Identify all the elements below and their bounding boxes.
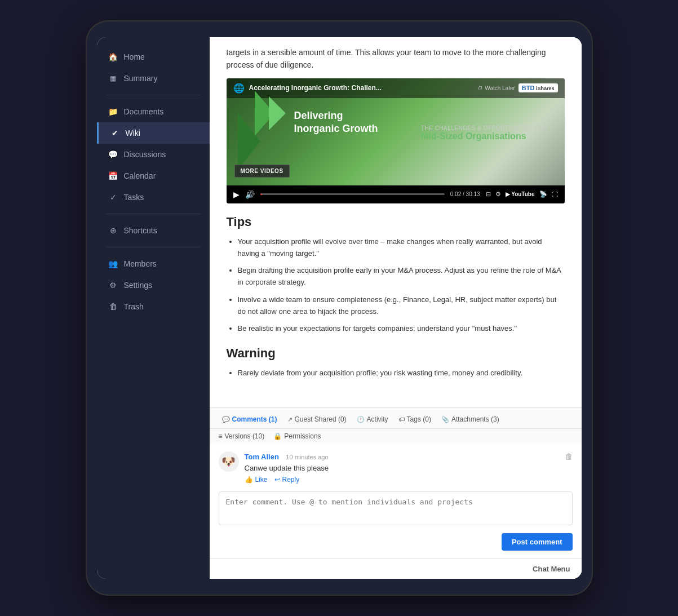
- tab-attachments[interactable]: 📎 Attachments (3): [438, 414, 503, 425]
- tips-section: Tips Your acquisition profile will evolv…: [227, 215, 565, 335]
- sidebar-divider-2: [106, 214, 201, 214]
- progress-fill: [260, 193, 262, 195]
- video-container[interactable]: 🌐 Accelerating Inorganic Growth: Challen…: [227, 78, 565, 203]
- sidebar-item-label: Members: [124, 259, 157, 268]
- delivering-text: Delivering Inorganic Growth: [294, 109, 378, 136]
- warning-heading: Warning: [227, 346, 565, 361]
- tips-list: Your acquisition profile will evolve ove…: [227, 236, 565, 335]
- guest-shared-tab-icon: ↗: [287, 416, 293, 423]
- tab-guest-shared-label: Guest Shared (0): [295, 415, 347, 423]
- settings-ctrl-icon[interactable]: ⚙: [495, 190, 501, 198]
- comment-input[interactable]: [219, 491, 573, 525]
- comments-tab-icon: 💬: [222, 416, 230, 423]
- comment-item: 🐶 Tom Allen 10 minutes ago 🗑 Canwe updat…: [219, 451, 573, 484]
- watch-later: ⏱ Watch Later: [477, 85, 515, 91]
- sidebar-item-documents[interactable]: 📁 Documents: [97, 101, 210, 122]
- comments-section: 🐶 Tom Allen 10 minutes ago 🗑 Canwe updat…: [210, 444, 582, 559]
- comment-header: Tom Allen 10 minutes ago 🗑: [245, 451, 573, 462]
- youtube-logo: ▶ YouTube: [506, 191, 535, 197]
- comment-body: Tom Allen 10 minutes ago 🗑 Canwe update …: [245, 451, 573, 484]
- sidebar-item-label: Documents: [124, 107, 164, 116]
- tab-tags[interactable]: 🏷 Tags (0): [395, 414, 435, 425]
- post-comment-button[interactable]: Post comment: [502, 533, 573, 551]
- documents-icon: 📁: [108, 107, 118, 117]
- attachments-tab-icon: 📎: [441, 416, 449, 423]
- tip-item: Be realistic in your expectations for ta…: [238, 323, 565, 335]
- activity-tab-icon: 🕐: [357, 416, 365, 423]
- tab-permissions-label: Permissions: [284, 432, 321, 440]
- comment-text: Canwe update this please: [245, 464, 573, 472]
- delete-comment-icon[interactable]: 🗑: [565, 452, 573, 461]
- sidebar-item-calendar[interactable]: 📅 Calendar: [97, 165, 210, 187]
- warning-item: Rarely deviate from your acquisition pro…: [238, 367, 565, 379]
- sidebar-item-members[interactable]: 👥 Members: [97, 253, 210, 274]
- video-controls: ▶ 🔊 0:02 / 30:13 ⊟ ⚙ ▶ YouTube 📡: [227, 185, 565, 203]
- tip-item: Your acquisition profile will evolve ove…: [238, 236, 565, 260]
- video-time: 0:02 / 30:13: [450, 191, 480, 197]
- sidebar-item-label: Summary: [124, 74, 158, 83]
- intro-text: targets in a sensible amount of time. Th…: [227, 37, 565, 78]
- warning-section: Warning Rarely deviate from your acquisi…: [227, 346, 565, 379]
- sidebar-item-label: Discussions: [124, 150, 166, 159]
- tab-comments[interactable]: 💬 Comments (1): [219, 414, 281, 425]
- tab-versions-label: Versions (10): [225, 432, 265, 440]
- like-icon: 👍: [245, 476, 253, 484]
- sidebar-item-summary[interactable]: ▦ Summary: [97, 68, 210, 89]
- chat-menu-bar[interactable]: Chat Menu: [210, 559, 582, 579]
- sidebar-item-home[interactable]: 🏠 Home: [97, 46, 210, 68]
- comment-author: Tom Allen: [245, 453, 279, 461]
- right-text-block: THE CHALLENGES & OPPORTUNITIES FOR Mid-S…: [421, 125, 548, 141]
- tip-item: Involve a wide team to ensure completene…: [238, 294, 565, 318]
- settings-icon: ⚙: [108, 280, 118, 290]
- shortcuts-icon: ⊕: [108, 225, 118, 236]
- sidebar-item-label: Wiki: [126, 128, 140, 138]
- members-icon: 👥: [108, 259, 118, 269]
- play-button[interactable]: ▶: [233, 190, 240, 199]
- sidebar-item-label: Settings: [124, 281, 153, 290]
- wiki-icon: ✔: [110, 128, 120, 138]
- tab-attachments-label: Attachments (3): [451, 415, 499, 423]
- sidebar-divider-3: [106, 247, 201, 247]
- volume-button[interactable]: 🔊: [245, 190, 255, 199]
- more-videos-button[interactable]: MORE VIDEOS: [234, 165, 290, 178]
- like-button[interactable]: 👍 Like: [245, 476, 268, 484]
- sidebar-item-settings[interactable]: ⚙ Settings: [97, 274, 210, 296]
- fullscreen-icon[interactable]: ⛶: [552, 191, 558, 198]
- tab-guest-shared[interactable]: ↗ Guest Shared (0): [284, 414, 350, 425]
- tab-activity[interactable]: 🕐 Activity: [353, 414, 392, 425]
- main-content: targets in a sensible amount of time. Th…: [210, 37, 582, 579]
- secondary-tabs: ≡ Versions (10) 🔒 Permissions: [210, 428, 582, 444]
- lock-icon: 🔒: [273, 432, 282, 440]
- subtitles-icon[interactable]: ⊟: [486, 190, 491, 198]
- calendar-icon: 📅: [108, 171, 118, 181]
- chat-menu-label: Chat Menu: [533, 565, 570, 573]
- sidebar-item-label: Shortcuts: [124, 226, 157, 235]
- sidebar-item-shortcuts[interactable]: ⊕ Shortcuts: [97, 220, 210, 241]
- sidebar-item-wiki[interactable]: ✔ Wiki: [97, 122, 210, 144]
- cast-icon[interactable]: 📡: [539, 190, 547, 198]
- sidebar-item-label: Tasks: [124, 193, 144, 202]
- reply-button[interactable]: ↩ Reply: [274, 476, 300, 484]
- tab-permissions[interactable]: 🔒 Permissions: [273, 432, 321, 440]
- sidebar-item-discussions[interactable]: 💬 Discussions: [97, 144, 210, 165]
- tab-versions[interactable]: ≡ Versions (10): [219, 432, 265, 440]
- btd-badge: BTD iShares: [519, 83, 558, 92]
- tab-comments-label: Comments (1): [232, 415, 277, 423]
- comment-time: 10 minutes ago: [286, 454, 328, 460]
- summary-icon: ▦: [108, 73, 118, 83]
- video-logo: ⏱ Watch Later BTD iShares: [477, 83, 557, 92]
- trash-icon: 🗑: [108, 302, 118, 312]
- tasks-icon: ✓: [108, 192, 118, 202]
- comment-actions: 👍 Like ↩ Reply: [245, 476, 573, 484]
- sidebar-item-tasks[interactable]: ✓ Tasks: [97, 187, 210, 208]
- content-body: targets in a sensible amount of time. Th…: [210, 37, 582, 407]
- video-thumbnail[interactable]: 🌐 Accelerating Inorganic Growth: Challen…: [227, 78, 565, 185]
- tab-tags-label: Tags (0): [407, 415, 431, 423]
- sidebar-item-trash[interactable]: 🗑 Trash: [97, 296, 210, 317]
- warning-list: Rarely deviate from your acquisition pro…: [227, 367, 565, 379]
- comment-author-time: Tom Allen 10 minutes ago: [245, 451, 329, 462]
- avatar: 🐶: [219, 451, 239, 472]
- tips-heading: Tips: [227, 215, 565, 229]
- progress-bar[interactable]: [260, 193, 445, 195]
- sidebar: 🏠 Home ▦ Summary 📁 Documents ✔ Wiki 💬 Di…: [97, 37, 210, 579]
